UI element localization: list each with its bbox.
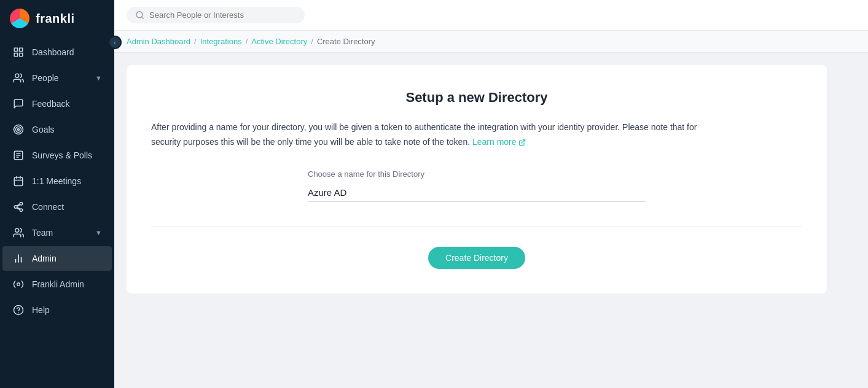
sidebar-item-frankli-admin[interactable]: Frankli Admin (2, 272, 112, 297)
sidebar-item-goals[interactable]: Goals (2, 117, 112, 142)
sidebar-item-feedback-label: Feedback (32, 99, 69, 109)
topbar (114, 0, 868, 31)
breadcrumb-separator-3: / (311, 37, 313, 46)
surveys-icon (12, 149, 25, 161)
svg-line-21 (141, 17, 143, 18)
sidebar-item-frankli-admin-label: Frankli Admin (32, 279, 84, 289)
svg-point-4 (15, 74, 19, 77)
card-description: After providing a name for your director… (151, 120, 704, 150)
connect-icon (12, 201, 25, 213)
breadcrumb-separator-2: / (246, 37, 248, 46)
sidebar-item-admin-label: Admin (32, 254, 57, 263)
svg-rect-0 (14, 48, 17, 51)
sidebar-item-people-label: People (32, 73, 59, 83)
sidebar-nav: Dashboard People ▼ Feedback Goals (0, 37, 114, 388)
svg-line-22 (522, 139, 525, 143)
learn-more-link[interactable]: Learn more (472, 135, 526, 150)
sidebar-item-dashboard[interactable]: Dashboard (2, 40, 112, 64)
directory-name-input[interactable] (308, 184, 646, 202)
sidebar-item-team-label: Team (32, 228, 53, 238)
sidebar-item-surveys-label: Surveys & Polls (32, 150, 92, 160)
admin-icon (12, 252, 25, 265)
svg-point-13 (15, 228, 19, 232)
sidebar-item-admin[interactable]: Admin (2, 246, 112, 271)
dashboard-icon (12, 46, 25, 58)
breadcrumb-active-directory[interactable]: Active Directory (251, 37, 307, 46)
svg-point-6 (16, 127, 22, 133)
search-icon (135, 10, 144, 20)
sidebar-collapse-button[interactable]: ‹ (108, 36, 122, 49)
help-icon (12, 304, 25, 316)
breadcrumb-separator-1: / (194, 37, 197, 46)
page-content: Setup a new Directory After providing a … (114, 53, 868, 388)
chevron-down-icon: ▼ (95, 229, 102, 236)
directory-name-form-group: Choose a name for this Directory (308, 169, 646, 202)
svg-point-17 (17, 283, 20, 286)
search-input[interactable] (149, 10, 296, 20)
breadcrumb: Admin Dashboard / Integrations / Active … (114, 31, 868, 53)
frankli-admin-icon (12, 278, 25, 290)
sidebar: frankli ‹ Dashboard People ▼ Feedback (0, 0, 114, 388)
chevron-down-icon: ▼ (95, 74, 102, 82)
svg-rect-9 (14, 177, 23, 186)
sidebar-item-team[interactable]: Team ▼ (2, 220, 112, 245)
sidebar-item-connect[interactable]: Connect (2, 195, 112, 219)
search-box[interactable] (127, 7, 305, 23)
breadcrumb-create-directory: Create Directory (317, 37, 375, 46)
logo-icon (10, 9, 29, 28)
svg-rect-1 (20, 48, 23, 51)
sidebar-item-people[interactable]: People ▼ (2, 66, 112, 90)
feedback-icon (12, 98, 25, 110)
sidebar-item-meetings-label: 1:1 Meetings (32, 176, 81, 186)
svg-point-7 (18, 129, 20, 131)
sidebar-item-dashboard-label: Dashboard (32, 47, 74, 57)
svg-rect-2 (20, 53, 23, 56)
sidebar-item-help[interactable]: Help (2, 298, 112, 322)
breadcrumb-integrations[interactable]: Integrations (200, 37, 242, 46)
goals-icon (12, 123, 25, 136)
sidebar-item-feedback[interactable]: Feedback (2, 91, 112, 116)
sidebar-item-goals-label: Goals (32, 125, 55, 134)
sidebar-item-meetings[interactable]: 1:1 Meetings (2, 169, 112, 193)
svg-rect-3 (14, 53, 17, 56)
create-directory-button[interactable]: Create Directory (428, 247, 525, 269)
main-content: Admin Dashboard / Integrations / Active … (114, 0, 868, 388)
directory-name-label: Choose a name for this Directory (308, 169, 646, 179)
breadcrumb-admin-dashboard[interactable]: Admin Dashboard (127, 37, 190, 46)
setup-card: Setup a new Directory After providing a … (127, 65, 827, 293)
sidebar-item-help-label: Help (32, 305, 50, 315)
meetings-icon (12, 175, 25, 187)
sidebar-item-surveys[interactable]: Surveys & Polls (2, 143, 112, 168)
logo-text: frankli (36, 12, 75, 26)
sidebar-item-connect-label: Connect (32, 202, 64, 212)
team-icon (12, 227, 25, 239)
card-divider (151, 227, 802, 227)
people-icon (12, 72, 25, 84)
description-text: After providing a name for your director… (151, 122, 697, 147)
card-title: Setup a new Directory (151, 90, 802, 106)
logo: frankli (0, 0, 114, 37)
external-link-icon (518, 139, 526, 146)
